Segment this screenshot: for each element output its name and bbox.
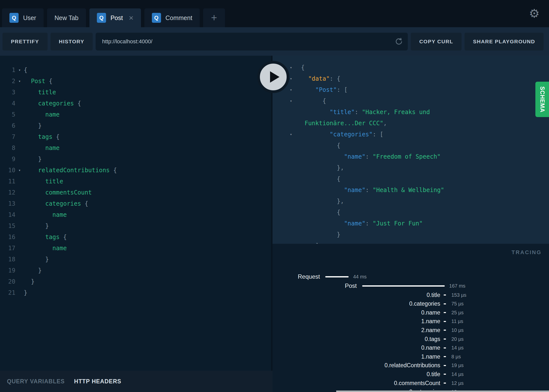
token-punct: : {	[330, 75, 340, 82]
tracing-row-label: 0.title	[302, 292, 440, 298]
query-code-line: 7 tags {	[0, 131, 273, 143]
response-code-line: },	[273, 196, 549, 207]
collapse-spacer	[273, 162, 301, 173]
fold-spacer	[15, 187, 24, 198]
code-tokens: title	[24, 176, 63, 187]
code-tokens: "categories": [	[301, 129, 383, 140]
tab-new-tab[interactable]: New Tab	[47, 8, 86, 27]
token-punct: }	[24, 267, 42, 274]
horizontal-scrollbar[interactable]	[336, 391, 549, 392]
token-string: "Just For Fun"	[373, 220, 423, 227]
token-key: "name"	[344, 153, 365, 160]
collapse-arrow-icon[interactable]: ▾	[273, 96, 301, 107]
token-punct	[24, 211, 53, 218]
tracing-row-dash	[444, 321, 446, 322]
token-punct: :	[365, 187, 373, 194]
token-punct	[24, 245, 53, 252]
response-code-line: {	[273, 140, 549, 151]
code-tokens: {	[301, 96, 326, 107]
tracing-span-bar	[325, 276, 349, 277]
token-field: title	[38, 89, 56, 96]
token-punct: ,	[383, 120, 387, 127]
line-number: 9	[0, 154, 15, 165]
code-tokens: categories {	[24, 98, 81, 109]
response-json: ▾{▾ "data": {▾ "Post": [▾ { "title": "Ha…	[273, 56, 549, 244]
tab-post[interactable]: QPost×	[89, 8, 141, 27]
fold-arrow-icon[interactable]: ▾	[15, 65, 24, 76]
response-code-line: {	[273, 173, 549, 185]
fold-spacer	[15, 287, 24, 298]
token-punct: {	[301, 98, 326, 104]
fold-arrow-icon[interactable]: ▾	[15, 76, 24, 87]
code-tokens: name	[24, 109, 60, 120]
query-code-line: 14 name	[0, 209, 273, 220]
tracing-post-span: Post 167 ms	[345, 281, 466, 290]
collapse-spacer	[273, 218, 301, 229]
collapse-arrow-icon[interactable]: ▾	[273, 129, 301, 140]
code-tokens: commentsCount	[24, 187, 92, 198]
reload-schema-icon[interactable]	[394, 37, 403, 46]
query-variables-tab[interactable]: QUERY VARIABLES	[7, 378, 65, 385]
http-headers-tab[interactable]: HTTP HEADERS	[74, 378, 121, 385]
tracing-row-value: 10 µs	[451, 327, 464, 333]
token-punct	[24, 89, 38, 96]
token-punct: :	[365, 153, 373, 160]
tracing-row-label: 2.name	[302, 327, 440, 334]
tracing-row: 0.title153 µs	[302, 291, 466, 299]
share-playground-button[interactable]: SHARE PLAYGROUND	[465, 33, 544, 50]
tab-user[interactable]: QUser	[2, 8, 44, 27]
query-code-line: 16 tags {	[0, 232, 273, 243]
close-tab-icon[interactable]: ×	[129, 14, 134, 22]
endpoint-url-input[interactable]	[96, 33, 408, 50]
response-code-line: ▾ "data": {	[273, 73, 549, 84]
code-tokens: },	[301, 196, 344, 207]
query-code-line: 5 name	[0, 109, 273, 120]
tracing-row-value: 75 µs	[451, 301, 464, 307]
fold-arrow-icon[interactable]: ▾	[15, 165, 24, 176]
code-tokens: "name": "Health & Wellbeing"	[301, 185, 444, 196]
execute-query-button[interactable]	[257, 61, 289, 93]
schema-side-tab[interactable]: SCHEMA	[535, 82, 549, 117]
tracing-row: 1.name8 µs	[302, 352, 461, 361]
token-field: tags	[45, 234, 60, 241]
tab-comment[interactable]: QComment	[144, 8, 200, 27]
token-punct	[24, 133, 38, 140]
settings-gear-icon[interactable]: ⚙	[529, 6, 540, 20]
tracing-row-dash	[444, 303, 446, 304]
code-tokens: name	[24, 143, 60, 154]
collapse-spacer	[273, 173, 301, 185]
editor-bottom-bar: QUERY VARIABLES HTTP HEADERS	[0, 371, 273, 392]
fold-spacer	[15, 176, 24, 187]
code-tokens: name	[24, 243, 67, 254]
token-punct	[24, 111, 45, 118]
code-tokens: categories {	[24, 198, 88, 209]
tracing-title: TRACING	[512, 249, 542, 256]
query-code-line: 10▾ relatedContributions {	[0, 165, 273, 176]
query-code-line: 17 name	[0, 243, 273, 254]
query-editor-pane[interactable]: 1▾{2▾ Post {3 title4 categories {5 name6…	[0, 56, 273, 371]
fold-spacer	[15, 220, 24, 232]
code-tokens: "data": {	[301, 73, 340, 84]
code-tokens: }	[24, 220, 49, 232]
tracing-row: 0.name25 µs	[302, 308, 464, 317]
collapse-spacer	[273, 207, 301, 218]
query-code-line: 19 }	[0, 265, 273, 276]
new-tab-button[interactable]: +	[203, 8, 225, 27]
query-code-line: 20 }	[0, 276, 273, 287]
token-field: name	[53, 211, 67, 218]
prettify-button[interactable]: PRETTIFY	[2, 33, 48, 50]
token-punct	[24, 178, 45, 185]
response-code-line: {	[273, 207, 549, 218]
code-tokens: }	[24, 287, 27, 298]
code-tokens: {	[301, 62, 304, 73]
token-punct	[301, 75, 308, 82]
tracing-row: 0.name14 µs	[302, 343, 464, 352]
tracing-span-label: Post	[345, 282, 357, 289]
tracing-row-value: 8 µs	[451, 354, 461, 360]
copy-curl-button[interactable]: COPY CURL	[411, 33, 462, 50]
history-button[interactable]: HISTORY	[51, 33, 93, 50]
code-tokens: }	[24, 120, 42, 131]
code-tokens: "name": "Freedom of Speech"	[301, 151, 441, 162]
collapse-spacer	[273, 107, 301, 118]
line-number: 16	[0, 232, 15, 243]
